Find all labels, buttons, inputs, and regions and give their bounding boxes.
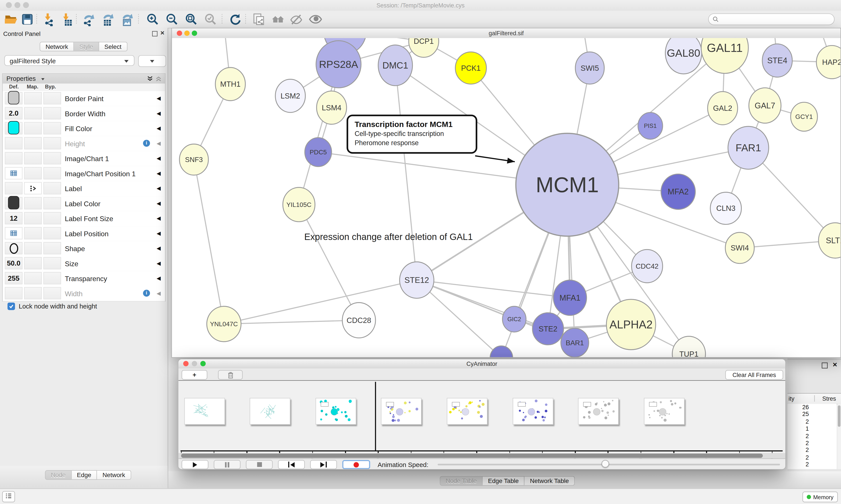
- zoom-out-icon[interactable]: [165, 12, 179, 26]
- clear-all-frames-button[interactable]: Clear All Frames: [726, 370, 783, 380]
- property-cell[interactable]: [5, 167, 22, 179]
- property-row[interactable]: Image/Chart Position 1◀: [3, 166, 165, 181]
- annotation-link[interactable]: Cell-type-specific transcription: [355, 130, 470, 138]
- property-cell[interactable]: [5, 182, 22, 194]
- property-cell[interactable]: [5, 242, 22, 254]
- table-row[interactable]: 2: [787, 418, 837, 426]
- expand-row-icon[interactable]: ◀: [157, 215, 161, 221]
- expand-row-icon[interactable]: ◀: [157, 245, 161, 251]
- expand-row-icon[interactable]: ◀: [157, 200, 161, 206]
- export-table-icon[interactable]: [101, 12, 115, 26]
- cyanimator-timeline[interactable]: Seconds 0123456789: [178, 381, 785, 453]
- properties-header[interactable]: Properties: [3, 74, 165, 84]
- property-cell[interactable]: [24, 242, 42, 254]
- property-row[interactable]: 2.0Border Width◀: [3, 106, 165, 122]
- tab-node-table[interactable]: Node Table: [440, 476, 483, 486]
- property-cell[interactable]: 255: [5, 272, 22, 284]
- tab-style[interactable]: Style: [74, 42, 99, 51]
- slider-thumb[interactable]: [602, 460, 609, 467]
- table-row[interactable]: 2: [787, 432, 837, 439]
- open-folder-icon[interactable]: [4, 12, 18, 26]
- expand-row-icon[interactable]: ◀: [157, 170, 161, 176]
- zoom-selected-icon[interactable]: [203, 12, 217, 26]
- property-cell[interactable]: [5, 197, 22, 209]
- table-row[interactable]: 2: [787, 461, 837, 468]
- float-panel-icon[interactable]: [152, 31, 158, 36]
- property-row[interactable]: Heighti◀: [3, 136, 165, 151]
- property-row[interactable]: Shape◀: [3, 241, 165, 257]
- property-cell[interactable]: [43, 167, 61, 179]
- network-edge[interactable]: [395, 65, 417, 280]
- info-icon[interactable]: i: [143, 140, 150, 147]
- network-edge[interactable]: [194, 160, 224, 324]
- property-cell[interactable]: [5, 227, 22, 239]
- network-edge[interactable]: [224, 280, 417, 324]
- property-cell[interactable]: [43, 122, 61, 134]
- property-cell[interactable]: [5, 137, 22, 149]
- table-row[interactable]: 26: [787, 404, 837, 411]
- property-cell[interactable]: [43, 152, 61, 164]
- table-row[interactable]: 25: [787, 411, 837, 418]
- property-cell[interactable]: [43, 137, 61, 149]
- expand-row-icon[interactable]: ◀: [157, 260, 161, 266]
- frame-thumbnail-0[interactable]: [184, 398, 225, 425]
- property-row[interactable]: Label Position◀: [3, 226, 165, 241]
- property-cell[interactable]: [24, 92, 42, 105]
- stop-button[interactable]: [246, 460, 273, 469]
- property-cell[interactable]: 12: [5, 212, 22, 224]
- property-cell[interactable]: [43, 212, 61, 224]
- expand-row-icon[interactable]: ◀: [157, 290, 161, 296]
- network-edge[interactable]: [299, 204, 359, 320]
- tab-node[interactable]: Node: [45, 470, 71, 480]
- property-cell[interactable]: [43, 197, 61, 209]
- memory-button[interactable]: Memory: [803, 491, 838, 502]
- property-cell[interactable]: [24, 182, 42, 194]
- property-cell[interactable]: [43, 242, 61, 254]
- property-row[interactable]: Fill Color◀: [3, 121, 165, 137]
- property-row[interactable]: 255Transparency◀: [3, 271, 165, 287]
- expand-all-icon[interactable]: [147, 75, 153, 82]
- tab-edge[interactable]: Edge: [72, 470, 97, 480]
- frame-thumbnail-6[interactable]: [578, 398, 619, 425]
- scrollbar-thumb[interactable]: [838, 406, 840, 427]
- task-history-button[interactable]: [2, 491, 15, 502]
- table-row[interactable]: 2: [787, 439, 837, 447]
- tab-network-bottom[interactable]: Network: [97, 470, 131, 480]
- frame-thumbnail-2[interactable]: [315, 398, 356, 425]
- zoom-in-icon[interactable]: [146, 12, 160, 26]
- skip-start-button[interactable]: [278, 460, 305, 469]
- style-options-button[interactable]: [138, 55, 166, 67]
- scrollbar-thumb[interactable]: [181, 454, 763, 458]
- column-header[interactable]: ity: [788, 395, 794, 401]
- property-cell[interactable]: [43, 272, 61, 284]
- table-row[interactable]: 1: [787, 425, 837, 432]
- expand-row-icon[interactable]: ◀: [157, 110, 161, 116]
- expand-row-icon[interactable]: ◀: [157, 230, 161, 236]
- info-icon[interactable]: i: [143, 290, 150, 297]
- tab-network[interactable]: Network: [40, 42, 74, 51]
- expand-row-icon[interactable]: ◀: [157, 95, 161, 101]
- property-cell[interactable]: [24, 107, 42, 119]
- refresh-icon[interactable]: [228, 12, 242, 26]
- table-scrollbar[interactable]: [837, 404, 841, 469]
- close-table-panel-icon[interactable]: ✕: [833, 362, 838, 367]
- export-image-icon[interactable]: [120, 12, 134, 26]
- expand-row-icon[interactable]: ◀: [157, 155, 161, 161]
- add-frame-button[interactable]: +: [182, 370, 207, 380]
- property-cell[interactable]: [24, 167, 42, 179]
- play-button[interactable]: [182, 460, 208, 469]
- delete-frame-button[interactable]: [218, 370, 243, 380]
- tab-network-table[interactable]: Network Table: [524, 476, 575, 486]
- lock-checkbox[interactable]: [7, 303, 15, 310]
- expand-row-icon[interactable]: ◀: [157, 275, 161, 281]
- property-cell[interactable]: [43, 182, 61, 194]
- float-table-panel-icon[interactable]: [822, 363, 828, 368]
- network-node-partial[interactable]: [490, 346, 513, 357]
- property-row[interactable]: Image/Chart 1◀: [3, 151, 165, 167]
- property-cell[interactable]: [5, 92, 22, 105]
- column-header[interactable]: Stres: [814, 395, 836, 401]
- property-cell[interactable]: [5, 287, 22, 299]
- property-row[interactable]: Label◀: [3, 181, 165, 197]
- collapse-all-icon[interactable]: [155, 75, 162, 82]
- property-row[interactable]: Widthi◀: [3, 286, 165, 302]
